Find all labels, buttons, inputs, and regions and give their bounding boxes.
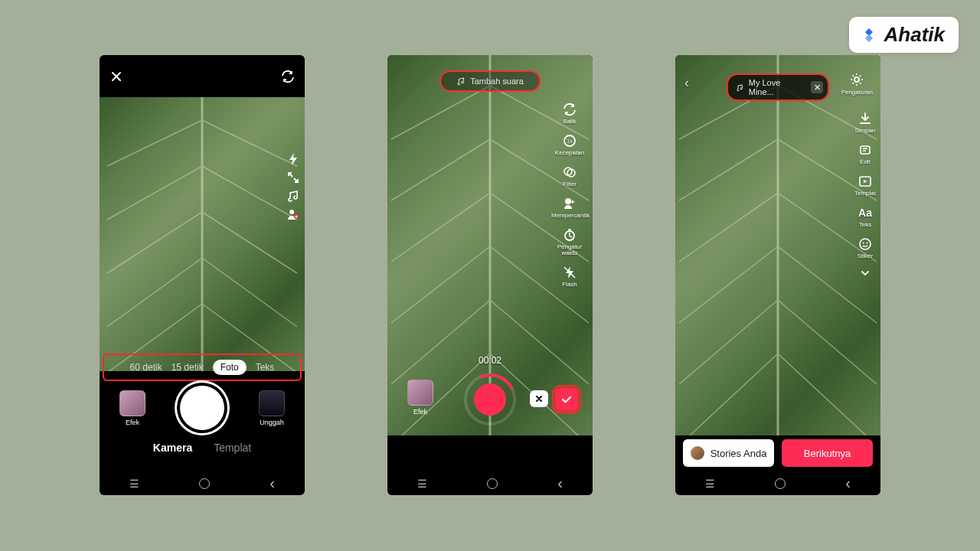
tool-template[interactable]: Templat — [854, 173, 876, 197]
nav-home-icon[interactable] — [775, 478, 786, 489]
music-note-icon — [736, 83, 744, 92]
brand-badge: Ahatik — [849, 17, 959, 53]
timer-icon — [561, 227, 578, 243]
phone-screen-1: 60 detik 15 detik Foto Teks Efek Unggah … — [100, 55, 305, 495]
template-icon — [857, 173, 874, 190]
nav-recent-icon[interactable] — [705, 478, 715, 490]
sticker-icon — [857, 236, 874, 253]
android-navbar — [675, 472, 880, 495]
add-sound-pill[interactable]: Tambah suara — [439, 70, 541, 92]
brand-name: Ahatik — [884, 23, 945, 47]
record-button[interactable] — [468, 377, 512, 422]
nav-back-icon[interactable] — [270, 478, 275, 491]
nav-back-icon[interactable] — [557, 478, 563, 491]
tool-timer[interactable]: Pengatur waktu — [551, 227, 588, 256]
back-arrow-icon[interactable]: ‹ — [684, 75, 689, 91]
svg-point-11 — [860, 239, 871, 249]
settings-button[interactable]: Pengaturan — [841, 72, 873, 96]
shutter-button[interactable] — [180, 386, 224, 430]
brand-logo-icon — [860, 26, 878, 44]
selected-sound-label: My Love Mine... — [749, 78, 807, 96]
camera-viewport: Tambah suara Balik 1x Kecepatan Filter M… — [387, 55, 593, 435]
tool-flip[interactable]: Balik — [561, 101, 578, 125]
android-navbar — [387, 472, 593, 495]
tool-sticker[interactable]: Stiker — [857, 236, 874, 259]
flip-icon — [561, 101, 578, 118]
next-button[interactable]: Berikutnya — [782, 439, 873, 467]
nav-recent-icon[interactable] — [129, 478, 139, 490]
topbar — [100, 55, 305, 97]
effects-button[interactable]: Efek — [119, 390, 145, 426]
stories-label: Stories Anda — [710, 448, 767, 459]
phone-screen-3: ‹ My Love Mine... ✕ Pengaturan Simpan Ed… — [675, 55, 880, 495]
mode-row: 60 detik 15 detik Foto Teks — [103, 354, 302, 381]
expand-icon[interactable] — [286, 171, 300, 184]
tab-kamera[interactable]: Kamera — [153, 442, 192, 454]
nav-home-icon[interactable] — [199, 478, 210, 489]
music-icon[interactable] — [286, 189, 300, 203]
bottom-actions: Stories Anda Berikutnya — [675, 439, 880, 467]
selected-sound-pill[interactable]: My Love Mine... ✕ — [727, 73, 829, 101]
edit-icon — [857, 142, 874, 158]
side-tools — [286, 152, 300, 221]
svg-point-12 — [862, 243, 864, 244]
svg-point-0 — [289, 210, 294, 214]
confirm-button[interactable] — [554, 387, 579, 412]
music-note-icon — [456, 77, 466, 86]
tool-flash[interactable]: Flash — [561, 264, 578, 288]
next-label: Berikutnya — [804, 448, 851, 459]
delete-clip-button[interactable] — [530, 390, 548, 407]
svg-point-8 — [854, 77, 859, 82]
flash-icon[interactable] — [286, 152, 300, 166]
check-icon — [560, 393, 573, 406]
phone-screen-2: Tambah suara Balik 1x Kecepatan Filter M… — [387, 55, 593, 495]
nav-recent-icon[interactable] — [417, 478, 427, 490]
tool-edit[interactable]: Edit — [857, 142, 874, 165]
close-icon[interactable] — [109, 69, 124, 84]
control-row: Efek Unggah — [100, 381, 305, 435]
android-navbar — [100, 472, 305, 495]
flash-off-icon — [561, 264, 578, 281]
text-icon: Aa — [857, 204, 874, 221]
mode-60s[interactable]: 60 detik — [130, 362, 162, 373]
effects-thumbnail-icon — [119, 390, 145, 416]
beauty-icon — [561, 195, 578, 212]
tool-speed[interactable]: 1x Kecepatan — [555, 132, 584, 156]
gear-icon — [849, 72, 864, 87]
tool-text[interactable]: Aa Teks — [857, 204, 874, 228]
flip-camera-icon[interactable] — [280, 69, 296, 84]
stories-button[interactable]: Stories Anda — [683, 439, 774, 467]
svg-text:1x: 1x — [567, 139, 573, 144]
svg-point-13 — [866, 243, 867, 244]
tool-save[interactable]: Simpan — [854, 110, 875, 134]
mode-foto[interactable]: Foto — [213, 360, 247, 375]
add-sound-label: Tambah suara — [470, 77, 524, 86]
camera-viewport — [100, 97, 305, 371]
editor-viewport: ‹ My Love Mine... ✕ Pengaturan Simpan Ed… — [675, 55, 880, 435]
remove-sound-icon[interactable]: ✕ — [811, 81, 823, 93]
avatar-icon — [691, 446, 704, 460]
nav-back-icon[interactable] — [845, 478, 851, 491]
svg-rect-9 — [861, 146, 870, 154]
tool-filter[interactable]: Filter — [561, 164, 578, 187]
effects-label: Efek — [126, 419, 139, 426]
add-friend-icon[interactable] — [286, 207, 300, 221]
chevron-down-icon[interactable] — [859, 267, 871, 279]
filter-icon — [561, 164, 578, 181]
tab-templat[interactable]: Templat — [214, 442, 251, 454]
upload-label: Unggah — [260, 419, 284, 426]
side-tools: Balik 1x Kecepatan Filter Mempercantik P… — [551, 101, 588, 288]
svg-point-6 — [565, 198, 571, 204]
mode-15s[interactable]: 15 detik — [172, 362, 204, 373]
bottom-tabs: Kamera Templat — [100, 442, 305, 454]
editor-tools: Simpan Edit Templat Aa Teks Stiker — [854, 110, 876, 279]
upload-button[interactable]: Unggah — [259, 390, 285, 426]
mode-teks[interactable]: Teks — [256, 362, 275, 373]
upload-thumbnail-icon — [259, 390, 285, 416]
nav-home-icon[interactable] — [487, 478, 498, 489]
download-icon — [857, 110, 874, 127]
speed-icon: 1x — [561, 132, 578, 149]
record-timecode: 00:02 — [479, 355, 501, 366]
tool-beauty[interactable]: Mempercantik — [551, 195, 588, 219]
